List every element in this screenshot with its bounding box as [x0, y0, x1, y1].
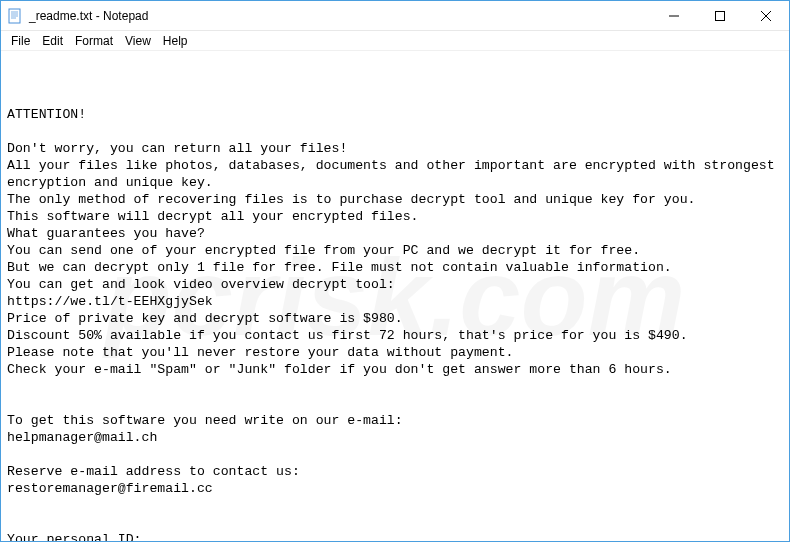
menu-file[interactable]: File — [5, 32, 36, 50]
menu-format[interactable]: Format — [69, 32, 119, 50]
menubar: File Edit Format View Help — [1, 31, 789, 51]
window-controls — [651, 1, 789, 30]
titlebar: _readme.txt - Notepad — [1, 1, 789, 31]
notepad-icon — [7, 8, 23, 24]
close-button[interactable] — [743, 1, 789, 30]
text-area[interactable]: pcrisk.com ATTENTION! Don't worry, you c… — [1, 51, 789, 541]
svg-rect-6 — [716, 11, 725, 20]
minimize-button[interactable] — [651, 1, 697, 30]
window-title: _readme.txt - Notepad — [29, 9, 651, 23]
maximize-button[interactable] — [697, 1, 743, 30]
document-text: ATTENTION! Don't worry, you can return a… — [7, 106, 783, 541]
menu-edit[interactable]: Edit — [36, 32, 69, 50]
menu-view[interactable]: View — [119, 32, 157, 50]
menu-help[interactable]: Help — [157, 32, 194, 50]
